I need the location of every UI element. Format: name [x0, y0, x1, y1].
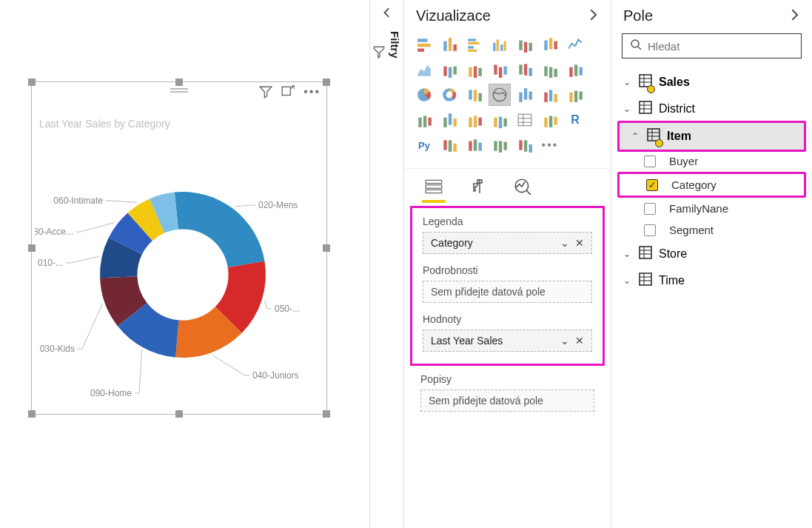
svg-rect-90 [648, 129, 660, 141]
viz-tile-table[interactable] [514, 109, 536, 131]
filters-pane-collapsed[interactable]: Filtry [370, 0, 404, 528]
analytics-tab[interactable] [511, 175, 534, 198]
field-segment[interactable]: Segment [611, 219, 812, 241]
viz-tile-line-col[interactable] [463, 59, 486, 81]
viz-tile-slicer[interactable] [489, 109, 511, 131]
more-options-icon[interactable]: ••• [303, 85, 321, 101]
chevron-down-icon[interactable]: ⌄ [622, 249, 632, 259]
viz-tile-pie[interactable] [413, 84, 435, 106]
report-canvas[interactable]: ••• Last Year Sales by Category 020-Mens… [0, 0, 370, 528]
values-well-label: Hodnoty [423, 313, 592, 325]
viz-tile-line-col2[interactable] [489, 59, 511, 81]
viz-tile-stacked-bar[interactable] [413, 33, 435, 56]
svg-rect-12 [497, 39, 499, 50]
checkbox-checked-icon[interactable]: ✓ [646, 179, 658, 191]
viz-tile-funnel[interactable] [539, 84, 561, 106]
expand-filters-icon[interactable] [382, 8, 392, 20]
viz-tile-stacked-area[interactable] [438, 59, 460, 81]
table-label: Time [659, 274, 685, 287]
svg-rect-58 [443, 118, 446, 127]
donut-slice[interactable] [175, 192, 265, 267]
chevron-down-icon[interactable]: ⌄ [622, 275, 632, 286]
details-well-section: Podrobnosti Sem přidejte datová pole [423, 264, 592, 303]
viz-tile-100-column[interactable] [539, 33, 561, 56]
checkbox-icon[interactable] [644, 224, 656, 236]
chevron-down-icon[interactable]: ⌄ [622, 77, 632, 87]
remove-field-icon[interactable]: ✕ [575, 335, 584, 347]
viz-tile-clustered-column[interactable] [489, 33, 511, 56]
viz-tile-area[interactable] [413, 59, 435, 81]
svg-rect-1 [417, 39, 427, 41]
fields-tab[interactable] [422, 175, 446, 198]
table-sales[interactable]: ⌄ Sales [611, 69, 812, 96]
table-item[interactable]: ⌃ Item [620, 123, 804, 150]
svg-rect-29 [504, 67, 507, 75]
viz-tile-waterfall[interactable] [539, 59, 561, 81]
values-well[interactable]: Last Year Sales ⌄ ✕ [423, 330, 592, 352]
viz-tile-card[interactable] [413, 109, 435, 131]
viz-tile-filled-map[interactable] [514, 84, 536, 106]
resize-handle[interactable] [28, 78, 36, 86]
chevron-down-icon[interactable]: ⌄ [560, 335, 569, 347]
svg-rect-3 [417, 49, 424, 52]
tooltips-well[interactable]: Sem přidejte datová pole [420, 390, 594, 412]
viz-tile-key-influencers[interactable] [438, 134, 460, 156]
donut-visual-frame[interactable]: ••• Last Year Sales by Category 020-Mens… [31, 81, 327, 415]
resize-handle[interactable] [323, 78, 330, 86]
checkbox-icon[interactable] [644, 203, 656, 215]
legend-well[interactable]: Category ⌄ ✕ [423, 232, 592, 254]
viz-tile-kpi[interactable] [463, 109, 486, 131]
viz-tile-more[interactable]: ••• [539, 134, 561, 156]
field-category[interactable]: ✓ Category [620, 174, 804, 196]
collapse-fields-pane-icon[interactable] [788, 7, 800, 24]
table-district[interactable]: ⌄ District [611, 96, 812, 122]
fields-search[interactable] [622, 33, 802, 59]
svg-rect-73 [454, 144, 457, 152]
chevron-down-icon[interactable]: ⌄ [560, 237, 569, 249]
viz-tile-stacked-column[interactable] [438, 33, 460, 56]
viz-tile-scatter[interactable] [564, 59, 586, 81]
viz-tile-treemap[interactable] [463, 84, 486, 106]
filter-icon[interactable] [259, 85, 272, 101]
table-icon [638, 272, 653, 290]
viz-tile-clustered-bar[interactable] [463, 33, 486, 56]
svg-rect-55 [418, 118, 421, 127]
details-well[interactable]: Sem přidejte datová pole [423, 281, 592, 303]
fields-search-input[interactable] [648, 40, 793, 53]
table-store[interactable]: ⌄ Store [611, 241, 812, 267]
viz-tile-line[interactable] [564, 33, 586, 56]
checkbox-icon[interactable] [644, 156, 656, 167]
viz-tile-py[interactable]: Py [413, 134, 435, 156]
collapse-viz-pane-icon[interactable] [587, 7, 599, 24]
viz-tile-decomp[interactable] [463, 134, 486, 156]
field-buyer[interactable]: Buyer [611, 150, 812, 172]
drag-grip-icon[interactable] [170, 88, 188, 93]
donut-chart[interactable]: 020-Mens050-...040-Juniors090-Home030-Ki… [32, 134, 326, 432]
viz-tile-multi-card[interactable] [438, 109, 460, 131]
tooltips-well-label: Popisy [420, 373, 594, 385]
table-time[interactable]: ⌄ Time [611, 267, 812, 294]
details-well-placeholder: Sem přidejte datová pole [431, 286, 546, 298]
field-familyname[interactable]: FamilyNane [611, 198, 812, 219]
viz-tile-gauge[interactable] [564, 84, 586, 106]
svg-rect-91 [640, 247, 651, 258]
viz-tile-matrix[interactable] [539, 109, 561, 131]
viz-tile-paginated[interactable] [514, 134, 536, 156]
viz-tile-donut[interactable] [438, 84, 460, 106]
viz-tile-qna[interactable] [489, 134, 511, 156]
chevron-down-icon[interactable]: ⌄ [622, 104, 632, 114]
svg-point-41 [446, 92, 453, 98]
format-tab[interactable] [466, 175, 490, 198]
focus-mode-icon[interactable] [281, 85, 295, 101]
chevron-up-icon[interactable]: ⌃ [630, 131, 640, 141]
field-label: Segment [669, 224, 714, 236]
svg-rect-0 [282, 87, 290, 95]
remove-field-icon[interactable]: ✕ [575, 237, 584, 249]
viz-tile-100-bar[interactable] [514, 33, 536, 56]
svg-rect-25 [474, 67, 477, 78]
viz-tile-map[interactable] [489, 84, 511, 106]
resize-handle[interactable] [175, 78, 183, 86]
svg-rect-74 [469, 141, 472, 151]
viz-tile-ribbon[interactable] [514, 59, 536, 81]
viz-tile-r[interactable]: R [564, 109, 586, 131]
